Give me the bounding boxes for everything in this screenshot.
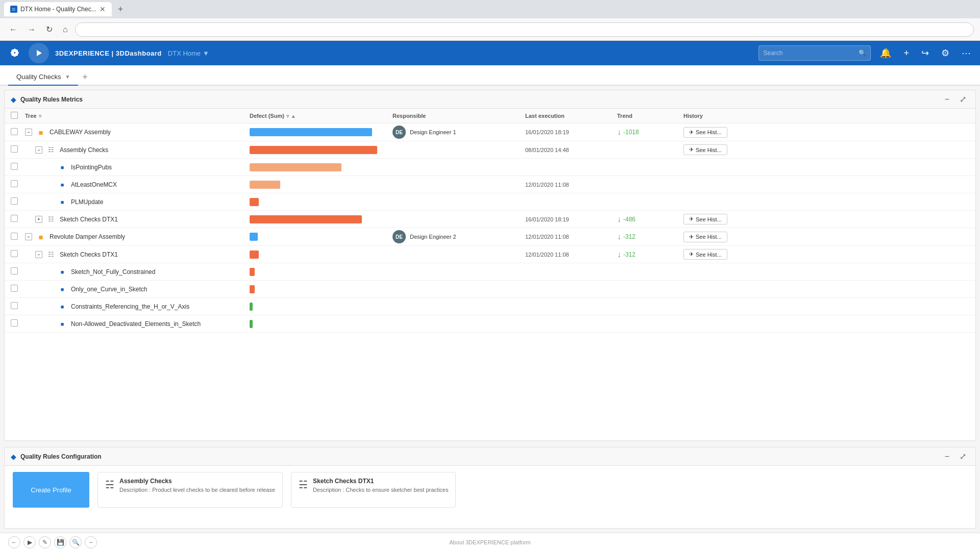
table-row: ■ AtLeastOneMCX 12/01/2020 11:08 [5, 176, 975, 193]
app-nav-play-button[interactable] [29, 43, 49, 63]
collapse-button[interactable]: − [35, 251, 42, 258]
add-tab-button[interactable]: + [80, 70, 90, 85]
defect-bar [250, 128, 372, 136]
config-minimize-button[interactable]: − [942, 451, 952, 462]
row-select-checkbox[interactable] [11, 233, 18, 240]
app-breadcrumb[interactable]: DTX Home ▼ [168, 49, 209, 57]
bottom-minus-button[interactable]: − [85, 536, 97, 548]
rule-icon: ■ [58, 197, 67, 207]
bottom-edit-button[interactable]: ✎ [39, 536, 51, 548]
tab-label: Quality Checks [16, 73, 61, 81]
brand-text: 3DEXPERIENCE | 3DDashboard [55, 49, 162, 57]
row-tree: − ☷ Sketch Checks DTX1 [25, 250, 250, 259]
collapse-button[interactable]: − [25, 129, 32, 136]
assembly-icon: ■ [36, 128, 45, 137]
collapse-button[interactable]: − [25, 233, 32, 240]
header-trend: Trend [617, 113, 683, 119]
bottom-zoom-button[interactable]: 🔍 [69, 536, 82, 548]
chevron-down-icon: ▼ [203, 49, 209, 57]
row-defect-bar [250, 251, 393, 259]
tools-button[interactable]: ⚙ [938, 45, 952, 61]
row-tree: ■ PLMUpdate [25, 197, 250, 207]
app-header: ❁ 3DEXPERIENCE | 3DDashboard DTX Home ▼ … [0, 41, 980, 65]
defect-bar [250, 320, 253, 328]
row-trend: ↓-486 [617, 215, 683, 224]
tab-dropdown-icon: ▼ [65, 74, 70, 80]
row-defect-bar [250, 268, 393, 276]
add-button[interactable]: + [900, 46, 912, 61]
bottom-play-button[interactable]: ▶ [23, 536, 36, 548]
select-all-checkbox[interactable] [11, 112, 18, 119]
avatar: DE [393, 230, 406, 243]
row-label: Sketch Checks DTX1 [60, 216, 118, 223]
search-input[interactable] [763, 49, 855, 57]
row-select-checkbox[interactable] [11, 180, 18, 187]
collapse-button[interactable]: − [35, 146, 42, 154]
new-tab-button[interactable]: + [114, 2, 128, 17]
header-search[interactable]: 🔍 [758, 45, 871, 61]
row-lastexec: 12/01/2020 11:08 [525, 252, 617, 258]
row-select-checkbox[interactable] [11, 285, 18, 292]
header-tree[interactable]: Tree ▿ [25, 113, 250, 119]
bottom-nav-buttons: ← ▶ ✎ 💾 🔍 − [8, 536, 97, 548]
more-button[interactable]: ⋯ [959, 45, 974, 61]
see-history-button[interactable]: ✈ See Hist... [683, 249, 727, 260]
col-defect-label: Defect (Sum) [250, 113, 284, 119]
reload-button[interactable]: ↻ [43, 22, 56, 36]
row-select-checkbox[interactable] [11, 250, 18, 257]
row-defect-bar [250, 233, 393, 241]
profile-card[interactable]: ☵ Sketch Checks DTX1 Description : Check… [291, 472, 456, 508]
see-history-button[interactable]: ✈ See Hist... [683, 127, 727, 138]
see-history-button[interactable]: ✈ See Hist... [683, 214, 727, 224]
config-panel-title: Quality Rules Configuration [20, 453, 938, 460]
row-tree: ■ Constraints_Referencing_the_H_or_V_Axi… [25, 302, 250, 311]
metrics-minimize-button[interactable]: − [942, 94, 952, 105]
profile-card[interactable]: ☵ Assembly Checks Description : Product … [97, 472, 283, 508]
row-select-checkbox[interactable] [11, 319, 18, 327]
rule-icon: ■ [58, 319, 67, 329]
header-defect[interactable]: Defect (Sum) ▿ ▲ [250, 113, 393, 119]
row-select-checkbox[interactable] [11, 145, 18, 153]
trend-arrow-icon: ↓ [617, 250, 621, 259]
row-select-checkbox[interactable] [11, 267, 18, 274]
rule-icon: ■ [58, 180, 67, 189]
row-select-checkbox[interactable] [11, 302, 18, 309]
tab-quality-checks[interactable]: Quality Checks ▼ [8, 69, 78, 86]
notification-button[interactable]: 🔔 [877, 45, 894, 61]
header-lastexec: Last execution [525, 113, 617, 119]
metrics-expand-button[interactable]: ⤢ [957, 93, 969, 105]
tab-close-btn[interactable]: ✕ [100, 5, 106, 13]
row-select-checkbox[interactable] [11, 197, 18, 205]
row-history: ✈ See Hist... [683, 214, 969, 224]
expand-button[interactable]: + [35, 216, 42, 223]
config-panel-icon: ◆ [11, 453, 16, 461]
row-select-checkbox[interactable] [11, 163, 18, 170]
main-content: ◆ Quality Rules Metrics − ⤢ Tree ▿ Defec… [0, 86, 980, 551]
ds-logo-icon: ❁ [10, 47, 19, 59]
table-row: ■ PLMUpdate [5, 193, 975, 211]
row-tree: ■ Only_one_Curve_in_Sketch [25, 285, 250, 294]
bottom-back-button[interactable]: ← [8, 536, 20, 548]
row-select-checkbox[interactable] [11, 128, 18, 135]
row-select-checkbox[interactable] [11, 215, 18, 222]
table-row: ■ Only_one_Curve_in_Sketch [5, 281, 975, 298]
browser-tab[interactable]: D DTX Home - Quality Chec... ✕ [4, 2, 112, 16]
config-panel-header: ◆ Quality Rules Configuration − ⤢ [5, 447, 975, 466]
row-checkbox [11, 145, 25, 154]
tab-favicon: D [10, 6, 17, 13]
address-bar[interactable] [75, 22, 974, 37]
row-label: Constraints_Referencing_the_H_or_V_Axis [71, 303, 189, 310]
see-history-button[interactable]: ✈ See Hist... [683, 232, 727, 242]
create-profile-button[interactable]: Create Profile [13, 472, 89, 508]
share-button[interactable]: ↪ [918, 45, 932, 61]
row-defect-bar [250, 320, 393, 328]
see-history-button[interactable]: ✈ See Hist... [683, 144, 727, 155]
config-expand-button[interactable]: ⤢ [957, 450, 969, 462]
bottom-save-button[interactable]: 💾 [54, 536, 66, 548]
forward-button[interactable]: → [24, 23, 39, 36]
table-row: ■ Non-Allowed_Deactivated_Elements_in_Sk… [5, 315, 975, 333]
back-button[interactable]: ← [6, 23, 20, 36]
table-row: ■ Sketch_Not_Fully_Constrained [5, 263, 975, 281]
defect-bar [250, 303, 253, 311]
home-button[interactable]: ⌂ [60, 23, 71, 36]
